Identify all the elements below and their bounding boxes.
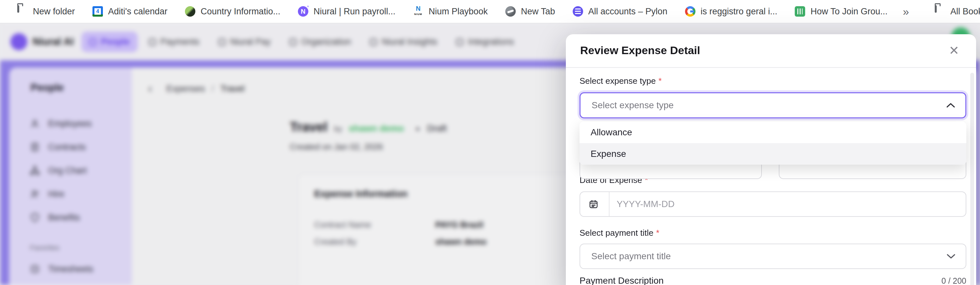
google-icon (685, 6, 695, 17)
nav-label: People (101, 37, 130, 47)
option-expense[interactable]: Expense (579, 143, 966, 165)
brand-name: Niural AI (33, 36, 73, 48)
bookmark-new-folder[interactable]: New folder (8, 2, 84, 21)
nium-icon: NNIUM (413, 6, 423, 17)
option-allowance[interactable]: Allowance (579, 122, 966, 143)
bookmark-label: All accounts – Pylon (588, 6, 667, 17)
bookmark-niural-run-payroll[interactable]: N Niural | Run payroll... (289, 2, 404, 21)
globe-icon (505, 6, 516, 17)
sidebar-item-label: Employees (48, 119, 92, 129)
sidebar-item-timesheets[interactable]: Timesheets (9, 259, 132, 279)
nav-item-niural-insights[interactable]: Niural Insights (362, 32, 445, 52)
status-badge: Draft (427, 123, 447, 134)
nav-item-payments[interactable]: Payments (141, 32, 207, 52)
sidebar-title: People (30, 82, 64, 94)
sidebar-item-benefits[interactable]: Benefits (9, 207, 132, 228)
pylon-icon (573, 6, 583, 17)
country-info-icon (185, 6, 195, 17)
created-line: Created on Jan 02, 2026 (290, 142, 383, 152)
modal-header: Review Expense Detail ✕ (566, 34, 976, 68)
green-grid-icon (795, 6, 805, 17)
document-icon (30, 142, 40, 152)
nav-item-organization[interactable]: Organization (282, 32, 359, 52)
google-calendar-icon: 4 (92, 6, 103, 17)
payment-title-select[interactable]: Select payment title (579, 243, 966, 269)
byline-prefix: by (334, 124, 342, 133)
breadcrumb: ‹ Expenses / Travel (148, 82, 245, 96)
sidebar-item-contracts[interactable]: Contracts (9, 137, 132, 157)
chevron-up-icon (946, 102, 956, 108)
modal-title: Review Expense Detail (580, 44, 700, 57)
nav-item-niural-pay[interactable]: Niural Pay (211, 32, 279, 52)
organization-nav-icon (290, 38, 297, 46)
sidebar-item-label: Timesheets (48, 264, 94, 274)
person-icon (30, 119, 40, 128)
bookmark-label: Niural | Run payroll... (313, 6, 396, 17)
nav-label: Niural Insights (382, 37, 437, 47)
date-placeholder: YYYY-MM-DD (617, 199, 675, 209)
calendar-icon (589, 199, 598, 209)
bookmark-new-tab[interactable]: New Tab (496, 2, 564, 21)
created-by-value: shawn demo (435, 237, 487, 247)
close-icon[interactable]: ✕ (949, 43, 959, 58)
all-bookmarks-button[interactable]: All Bookmarks (926, 2, 980, 21)
page-title: Travel (290, 120, 328, 134)
sidebar-item-hire[interactable]: Hire (9, 184, 132, 205)
input-divider (609, 192, 609, 216)
nav-label: Niural Pay (230, 37, 271, 47)
person-plus-icon (30, 189, 40, 199)
card-title: Expense Information (314, 189, 407, 199)
draft-status-icon: ✦ (415, 125, 421, 133)
people-nav-icon (89, 38, 96, 46)
payment-description-label: Payment Description (579, 275, 663, 285)
bookmark-all-accounts-pylon[interactable]: All accounts – Pylon (564, 2, 676, 21)
bookmark-country-information[interactable]: Country Informatio... (176, 2, 289, 21)
nav-label: Payments (161, 37, 200, 47)
byline-link[interactable]: shawn demo (349, 123, 404, 134)
bookmarks-overflow-chevron[interactable]: » (896, 5, 916, 18)
breadcrumb-parent[interactable]: Expenses (166, 84, 205, 94)
breadcrumb-current: Travel (220, 84, 245, 94)
bookmark-registro-geral[interactable]: is reggistro geral i... (676, 2, 786, 21)
niural-pay-nav-icon (218, 38, 226, 46)
expense-type-select[interactable]: Select expense type (579, 92, 966, 118)
breadcrumb-separator: / (212, 84, 214, 94)
bookmark-how-to-join[interactable]: How To Join Grou... (786, 2, 896, 21)
nav-item-integrations[interactable]: Integrations (448, 32, 522, 52)
expense-type-placeholder: Select expense type (592, 100, 674, 110)
nav-item-people[interactable]: People (81, 32, 138, 52)
niural-logo-icon[interactable] (10, 33, 27, 50)
integrations-nav-icon (456, 38, 463, 46)
review-expense-detail-modal: Review Expense Detail ✕ Select expense t… (566, 34, 976, 285)
contract-name-value: PAYG Brazil (435, 220, 483, 230)
payments-nav-icon (149, 38, 156, 46)
modal-scrollbar[interactable] (970, 73, 974, 285)
bookmark-nium-playbook[interactable]: NNIUM Nium Playbook (404, 2, 497, 21)
sidebar-item-label: Contracts (48, 142, 86, 152)
clock-icon (30, 264, 40, 274)
screen: New folder 4 Aditi's calendar Country In… (0, 0, 980, 285)
character-counter: 0 / 200 (942, 276, 966, 285)
sidebar-item-label: Hire (48, 189, 64, 199)
bookmark-label: Aditi's calendar (108, 6, 167, 17)
shield-icon (30, 213, 40, 223)
back-chevron-icon[interactable]: ‹ (148, 82, 152, 96)
required-asterisk: * (656, 228, 659, 238)
folder-icon (935, 6, 945, 17)
bookmarks-bar: New folder 4 Aditi's calendar Country In… (0, 0, 980, 24)
bookmark-label: is reggistro geral i... (701, 6, 778, 17)
created-by-label: Created By (314, 237, 356, 247)
expense-type-dropdown-menu: Allowance Expense (579, 122, 966, 165)
bookmark-label: New Tab (521, 6, 555, 17)
date-of-expense-input[interactable]: YYYY-MM-DD (579, 191, 966, 217)
sidebar-item-org-chart[interactable]: Org Chart (9, 160, 132, 181)
bookmark-label: New folder (33, 6, 75, 17)
required-asterisk: * (658, 76, 662, 86)
bookmark-label: Country Informatio... (200, 6, 280, 17)
niural-icon: N (298, 6, 308, 17)
bookmark-label: How To Join Grou... (810, 6, 888, 17)
payment-title-placeholder: Select payment title (591, 251, 671, 261)
sidebar-item-employees[interactable]: Employees (9, 113, 132, 134)
bookmark-aditis-calendar[interactable]: 4 Aditi's calendar (84, 2, 176, 21)
sidebar-favorites-label: Favorites (30, 243, 59, 252)
